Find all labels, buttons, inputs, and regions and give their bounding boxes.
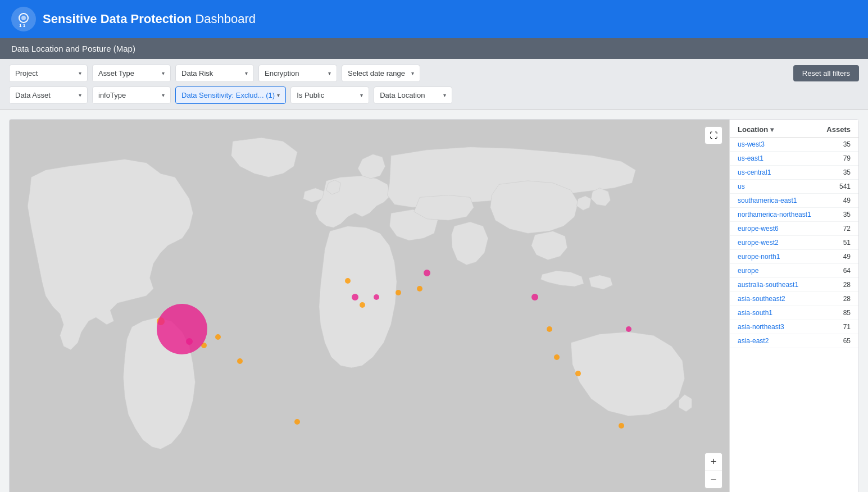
location-count: 49 — [843, 253, 851, 261]
location-name: southamerica-east1 — [738, 197, 797, 204]
filter-asset-type[interactable]: Asset Type▾ — [92, 65, 171, 82]
filter-encryption[interactable]: Encryption▾ — [258, 65, 337, 82]
location-count: 79 — [843, 154, 851, 162]
location-count: 35 — [843, 168, 851, 176]
svg-text:1 1: 1 1 — [19, 23, 26, 28]
location-count: 28 — [843, 281, 851, 289]
location-table: Location ▾ Assets us-west335us-east179us… — [729, 120, 858, 492]
zoom-in-button[interactable]: + — [705, 453, 722, 471]
dropdown-arrow: ▾ — [411, 70, 414, 76]
dropdown-arrow: ▾ — [328, 70, 331, 76]
location-name: europe-west6 — [738, 225, 779, 233]
location-count: 51 — [843, 239, 851, 247]
table-row[interactable]: europe-west672 — [730, 222, 858, 236]
filter-data-sensitivity[interactable]: Data Sensitivity: Exclud... (1)▾ — [175, 86, 286, 104]
col-assets-header: Assets — [826, 125, 851, 134]
location-count: 85 — [843, 309, 851, 317]
filter-data-risk[interactable]: Data Risk▾ — [175, 65, 254, 82]
table-row[interactable]: europe-west251 — [730, 236, 858, 250]
map-wrapper: ⛶ + − Google Keyboard shortcuts Map data… — [10, 120, 729, 492]
col-location-header: Location ▾ — [738, 125, 774, 134]
table-row[interactable]: southamerica-east149 — [730, 194, 858, 208]
location-count: 35 — [843, 211, 851, 218]
svg-point-1 — [21, 16, 26, 20]
table-header: Location ▾ Assets — [730, 120, 858, 138]
location-name: europe-north1 — [738, 253, 780, 261]
location-count: 71 — [843, 323, 851, 331]
zoom-out-button[interactable]: − — [705, 471, 722, 489]
table-row[interactable]: europe-north149 — [730, 250, 858, 264]
table-row[interactable]: australia-southeast128 — [730, 278, 858, 292]
table-row[interactable]: asia-east265 — [730, 334, 858, 348]
filter-is-public[interactable]: Is Public▾ — [290, 86, 369, 104]
dropdown-arrow: ▾ — [79, 92, 81, 98]
location-name: us-central1 — [738, 168, 771, 176]
world-map-svg — [10, 120, 729, 492]
location-name: asia-south1 — [738, 309, 772, 317]
filter-info-type[interactable]: infoType▾ — [92, 86, 171, 104]
filter-data-location[interactable]: Data Location▾ — [374, 86, 452, 104]
filter-date-range[interactable]: Select date range▾ — [342, 65, 420, 82]
dropdown-arrow: ▾ — [162, 70, 165, 76]
dropdown-arrow: ▾ — [79, 70, 81, 76]
main-content: ⛶ + − Google Keyboard shortcuts Map data… — [0, 110, 868, 492]
location-name: asia-southeast2 — [738, 295, 785, 303]
table-row[interactable]: asia-southeast228 — [730, 292, 858, 306]
location-name: asia-northeast3 — [738, 323, 784, 331]
sort-icon[interactable]: ▾ — [770, 126, 774, 134]
location-name: us-east1 — [738, 154, 764, 162]
sub-header: Data Location and Posture (Map) — [0, 38, 868, 59]
table-row[interactable]: asia-south185 — [730, 306, 858, 320]
location-count: 49 — [843, 197, 851, 204]
table-row[interactable]: us-east179 — [730, 152, 858, 166]
dropdown-arrow: ▾ — [360, 92, 363, 98]
table-row[interactable]: northamerica-northeast135 — [730, 208, 858, 222]
app-header: 1 1 Sensitive Data Protection Dashboard — [0, 0, 868, 38]
app-title: Sensitive Data Protection Dashboard — [43, 12, 256, 26]
location-name: northamerica-northeast1 — [738, 211, 811, 218]
dropdown-arrow: ▾ — [162, 92, 165, 98]
map-controls: + − — [705, 453, 722, 489]
app-logo: 1 1 — [11, 7, 36, 31]
page-title: Data Location and Posture (Map) — [11, 44, 135, 53]
location-count: 64 — [843, 267, 851, 275]
location-count: 35 — [843, 140, 851, 148]
map-section: ⛶ + − Google Keyboard shortcuts Map data… — [9, 119, 859, 492]
dropdown-arrow: ▾ — [245, 70, 248, 76]
location-name: australia-southeast1 — [738, 281, 798, 289]
location-name: europe-west2 — [738, 239, 779, 247]
location-count: 541 — [839, 183, 851, 190]
location-name: us-west3 — [738, 140, 765, 148]
location-count: 28 — [843, 295, 851, 303]
fullscreen-button[interactable]: ⛶ — [705, 126, 722, 144]
filter-data-asset[interactable]: Data Asset▾ — [9, 86, 88, 104]
location-name: asia-east2 — [738, 337, 769, 345]
table-row[interactable]: us-west335 — [730, 138, 858, 152]
table-row[interactable]: us541 — [730, 180, 858, 194]
dropdown-arrow: ▾ — [443, 92, 446, 98]
location-rows: us-west335us-east179us-central135us541so… — [730, 138, 858, 492]
table-row[interactable]: europe64 — [730, 264, 858, 278]
filter-project[interactable]: Project▾ — [9, 65, 88, 82]
location-count: 65 — [843, 337, 851, 345]
location-name: us — [738, 183, 745, 190]
reset-filters-button[interactable]: Reset all filters — [793, 65, 859, 81]
filter-bar: Project▾Asset Type▾Data Risk▾Encryption▾… — [0, 59, 868, 110]
location-count: 72 — [843, 225, 851, 233]
location-name: europe — [738, 267, 758, 275]
table-row[interactable]: us-central135 — [730, 166, 858, 180]
table-row[interactable]: asia-northeast371 — [730, 320, 858, 334]
dropdown-arrow: ▾ — [277, 92, 280, 98]
